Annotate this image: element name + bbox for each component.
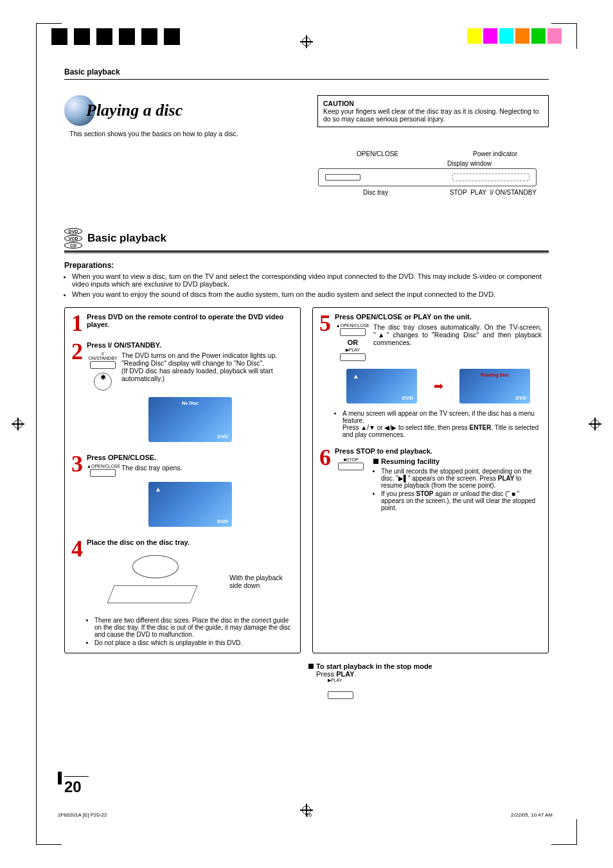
- steps-column-left: 1 Press DVD on the remote control to ope…: [64, 307, 301, 653]
- tv-screen-icon: ▲ DVD: [346, 369, 417, 403]
- registration-mark-icon: [589, 418, 601, 430]
- vcd-badge-icon: VCD: [64, 235, 82, 242]
- button-label: I/ ON/STANDBY: [87, 351, 119, 360]
- screen-text: Reading Disc: [481, 373, 509, 377]
- cd-badge-icon: CD: [64, 242, 82, 249]
- step-heading: Press DVD on the remote control to opera…: [87, 313, 294, 328]
- button-label: ■STOP: [335, 457, 367, 462]
- step-number: 2: [71, 341, 83, 446]
- crop-mark-icon: [551, 23, 577, 49]
- device-diagram: OPEN/CLOSE Power indicator Display windo…: [318, 150, 537, 196]
- stop-button-icon: [338, 463, 364, 470]
- black-registration-blocks: [51, 28, 186, 45]
- tv-screen-icon: Reading Disc DVD: [459, 369, 530, 403]
- list-item: When you want to enjoy the sound of disc…: [72, 290, 549, 298]
- diagram-label: PLAY: [470, 189, 486, 196]
- open-close-button-icon: [90, 469, 116, 477]
- list-item: Do not place a disc which is unplayable …: [94, 639, 294, 646]
- page-content: Basic playback Playing a disc This secti…: [64, 67, 549, 700]
- play-button-icon: [328, 691, 353, 699]
- dvd-badge-icon: DVD: [64, 228, 82, 235]
- bottom-note-heading: To start playback in the stop mode: [316, 662, 432, 670]
- button-label: ▲OPEN/CLOSE: [335, 323, 371, 328]
- list-item: The unit records the stopped point, depe…: [381, 468, 542, 489]
- basic-playback-title: Basic playback: [87, 232, 166, 245]
- caution-label: CAUTION: [323, 100, 543, 107]
- crop-mark-icon: [36, 819, 62, 845]
- crop-mark-icon: [36, 23, 62, 49]
- footer-doc-id: 2F60201A [E] P20-22: [58, 812, 107, 818]
- step-text: With the playback side down: [229, 574, 294, 589]
- step-number: 3: [71, 454, 83, 531]
- device-body-icon: [318, 168, 537, 186]
- steps-columns: 1 Press DVD on the remote control to ope…: [64, 307, 549, 653]
- crop-mark-icon: [551, 819, 577, 845]
- bottom-note: To start playback in the stop mode Press…: [308, 662, 549, 700]
- step-number: 6: [319, 447, 331, 513]
- color-swatch: [499, 28, 513, 44]
- color-swatch: [483, 28, 497, 44]
- list-item: If you press STOP again or unload the di…: [381, 490, 542, 511]
- caution-box: CAUTION Keep your fingers well clear of …: [317, 95, 549, 127]
- page-title: Playing a disc: [86, 101, 182, 120]
- color-swatch: [467, 28, 481, 44]
- button-label: ▲OPEN/CLOSE: [87, 464, 119, 468]
- page-subtitle: This section shows you the basics on how…: [69, 130, 305, 137]
- screen-logo: DVD: [402, 395, 413, 401]
- step-2: 2 Press I/ ON/STANDBY. I/ ON/STANDBY ✱ T…: [71, 341, 294, 446]
- color-registration-blocks: [465, 28, 562, 44]
- diagram-label: Disc tray: [363, 189, 388, 196]
- step-heading: Press STOP to end playback.: [335, 447, 542, 455]
- footer-page: 20: [306, 812, 312, 818]
- tv-screen-icon: ▲ DVD: [148, 482, 232, 527]
- open-close-button-icon: [340, 328, 366, 336]
- list-item: A menu screen will appear on the TV scre…: [342, 410, 542, 438]
- bottom-note-text: Press PLAY.: [316, 670, 357, 678]
- list-item: When you want to view a disc, turn on th…: [72, 272, 549, 288]
- step-heading: Press OPEN/CLOSE or PLAY on the unit.: [335, 313, 542, 321]
- preparations-list: When you want to view a disc, turn on th…: [64, 272, 549, 298]
- step-4: 4 Place the disc on the disc tray. With …: [71, 538, 294, 648]
- disc-tray-illustration: [111, 553, 200, 610]
- screen-logo: DVD: [217, 518, 228, 524]
- button-label: ▶PLAY: [335, 348, 371, 353]
- diagram-label: Power indicator: [473, 150, 517, 157]
- footer-timestamp: 2/22/05, 10:47 AM: [511, 812, 553, 818]
- section-header: Basic playback: [64, 67, 549, 80]
- title-row: Playing a disc This section shows you th…: [64, 95, 549, 137]
- list-item: There are two different disc sizes. Plac…: [94, 617, 294, 638]
- step-5: 5 Press OPEN/CLOSE or PLAY on the unit. …: [319, 313, 542, 439]
- registration-mark-icon: [12, 418, 24, 430]
- screen-logo: DVD: [515, 395, 526, 401]
- page-root: Basic playback Playing a disc This secti…: [0, 0, 613, 868]
- tv-screen-icon: No Disc DVD: [148, 397, 232, 442]
- preparations-label: Preparations:: [64, 261, 549, 270]
- step-number: 4: [71, 538, 83, 648]
- step-number: 5: [319, 313, 331, 439]
- step-heading: Press OPEN/CLOSE.: [87, 454, 294, 461]
- diagram-label: Display window: [447, 160, 492, 167]
- resuming-label: Resuming facility: [381, 457, 440, 465]
- color-swatch: [531, 28, 546, 44]
- basic-playback-heading: DVD VCD CD Basic playback: [64, 228, 549, 249]
- color-swatch: [515, 28, 529, 44]
- square-bullet-icon: [373, 459, 378, 464]
- step-6: 6 Press STOP to end playback. ■STOP Resu…: [319, 447, 542, 513]
- button-label: ▶PLAY: [328, 678, 549, 683]
- step-heading: Press I/ ON/STANDBY.: [87, 341, 294, 349]
- eject-icon: ▲: [155, 486, 161, 493]
- footer-print-info: 2F60201A [E] P20-22 20 2/22/05, 10:47 AM: [58, 812, 553, 818]
- step-1: 1 Press DVD on the remote control to ope…: [71, 313, 294, 333]
- crop-line: [36, 49, 37, 845]
- screen-text: No Disc: [182, 401, 199, 405]
- screen-logo: DVD: [217, 434, 228, 439]
- power-icon: ✱: [94, 373, 112, 391]
- caution-text: Keep your fingers well clear of the disc…: [323, 107, 543, 123]
- or-label: OR: [335, 339, 371, 346]
- heading-underline: [64, 251, 549, 253]
- step-heading: Place the disc on the disc tray.: [87, 538, 294, 546]
- page-number-tab: [58, 772, 62, 784]
- step-3: 3 Press OPEN/CLOSE. ▲OPEN/CLOSE The disc…: [71, 454, 294, 531]
- diagram-label: I/ ON/STANDBY: [490, 189, 537, 196]
- steps-column-right: 5 Press OPEN/CLOSE or PLAY on the unit. …: [312, 307, 549, 653]
